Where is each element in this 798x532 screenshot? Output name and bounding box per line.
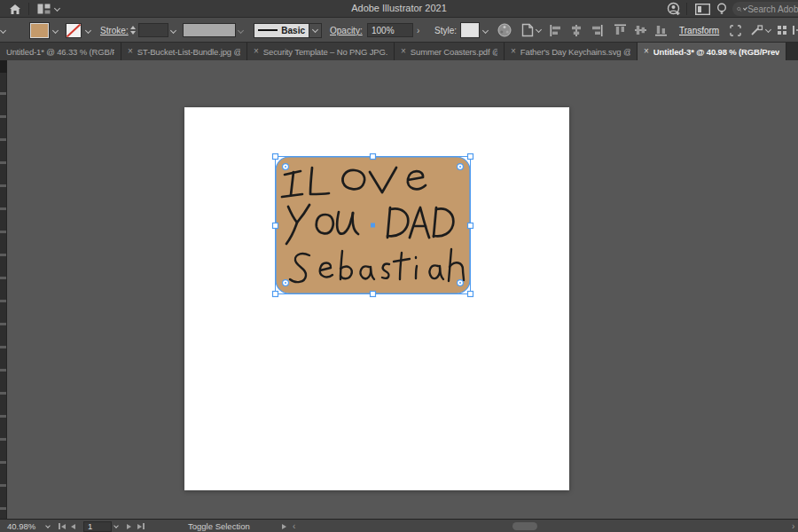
stroke-color-swatch[interactable] [66, 18, 82, 43]
illustrator-window: Adobe Illustrator 2021 [0, 0, 798, 532]
stroke-weight-chevron-icon[interactable] [171, 18, 176, 43]
plaque-artwork[interactable]: I LOVE YOU DAD Sebastian [275, 156, 471, 294]
document-tab[interactable]: Untitled-1* @ 46.33 % (RGB/P… [0, 43, 121, 60]
arrange-documents-icon [695, 4, 710, 15]
align-vertical-top-button[interactable] [614, 18, 626, 43]
account-button[interactable] [667, 2, 681, 16]
brush-chevron-icon[interactable] [309, 23, 322, 38]
style-chevron-icon[interactable] [483, 18, 488, 43]
document-tab-active[interactable]: ×Untitled-3* @ 40.98 % (RGB/Preview) [638, 43, 786, 60]
cut-off-chevron-icon [1, 18, 5, 43]
document-tab[interactable]: ×ST-Bucket-List-Bundle.jpg @… [121, 43, 247, 60]
select-similar-dropdown[interactable] [750, 18, 771, 43]
status-bar: 40.98% 1 Toggle Selection ‹ › [0, 519, 798, 532]
chevron-down-icon [536, 26, 542, 32]
document-tabs: Untitled-1* @ 46.33 % (RGB/P…×ST-Bucket-… [0, 43, 798, 60]
recolor-artwork-button[interactable] [497, 18, 512, 43]
align-horizontal-center-button[interactable] [570, 18, 583, 43]
tab-close-icon[interactable]: × [511, 47, 516, 56]
width-profile-dropdown[interactable] [183, 18, 236, 43]
scroll-right-arrow[interactable]: › [792, 520, 794, 532]
selected-tool-highlight [0, 60, 7, 73]
zoom-level-value[interactable]: 40.98% [7, 520, 35, 532]
opacity-panel-link[interactable]: Opacity: [330, 18, 363, 43]
first-page-button[interactable] [59, 520, 66, 532]
free-transform-button[interactable] [729, 18, 742, 43]
opacity-expand-icon[interactable]: › [417, 18, 419, 43]
transform-panel-link[interactable]: Transform [679, 18, 719, 43]
align-horizontal-left-button[interactable] [550, 18, 562, 43]
handwritten-plaque-svg [275, 156, 471, 294]
stroke-weight-field[interactable] [138, 18, 168, 43]
chevron-down-icon [765, 26, 771, 32]
none-swatch-icon [66, 23, 82, 38]
status-text: Toggle Selection [188, 520, 250, 532]
document-tab[interactable]: ×Father's Day Keychains.svg @… [505, 43, 638, 60]
collapse-panels-button[interactable] [793, 18, 798, 43]
opacity-field[interactable]: 100% [367, 18, 413, 43]
previous-page-button[interactable] [71, 520, 75, 532]
brush-definition-dropdown[interactable]: Basic [254, 18, 322, 43]
toolbar-strip[interactable] [0, 60, 7, 519]
stroke-panel-link[interactable]: Stroke: [100, 18, 129, 43]
next-page-button[interactable] [127, 520, 131, 532]
artboard[interactable]: I LOVE YOU DAD Sebastian [184, 107, 569, 490]
chevron-down-icon [743, 6, 747, 11]
search-icon [737, 4, 742, 14]
align-horizontal-right-button[interactable] [591, 18, 603, 43]
stroke-weight-stepper[interactable] [130, 18, 136, 43]
tab-label: Summer Coasters.pdf @ 55.8… [411, 47, 497, 57]
tab-close-icon[interactable]: × [644, 47, 649, 56]
tab-label: Untitled-3* @ 40.98 % (RGB/Preview) [653, 47, 779, 57]
dock-grid-button[interactable] [777, 18, 787, 43]
canvas-area[interactable]: I LOVE YOU DAD Sebastian [0, 60, 798, 519]
tab-label: ST-Bucket-List-Bundle.jpg @… [137, 47, 240, 57]
search-adobe-field[interactable]: Search Adobe [732, 2, 798, 16]
account-icon [667, 2, 681, 16]
width-profile-chevron-icon[interactable] [239, 18, 243, 43]
control-bar: Stroke: Basic Opacity: 100% › Style [0, 18, 798, 43]
status-expand-icon[interactable] [282, 520, 286, 532]
document-tab[interactable]: ×Summer Coasters.pdf @ 55.8… [395, 43, 505, 60]
tab-label: Security Template – No PNG JPG.ai* [263, 47, 387, 57]
discover-button[interactable] [716, 2, 727, 16]
fill-dropdown-chevron-icon[interactable] [53, 18, 58, 43]
stroke-dropdown-chevron-icon[interactable] [86, 18, 90, 43]
recolor-artwork-icon [497, 23, 512, 37]
horizontal-scrollbar-thumb[interactable] [512, 522, 537, 530]
document-setup-icon [521, 23, 534, 37]
tab-close-icon[interactable]: × [401, 47, 406, 56]
last-page-button[interactable] [137, 520, 145, 532]
document-tab[interactable]: ×Security Template – No PNG JPG.ai* [247, 43, 395, 60]
search-placeholder: Search Adobe [747, 4, 798, 14]
page-number-field[interactable]: 1 [83, 520, 112, 532]
zoom-level-chevron-icon[interactable] [46, 520, 50, 532]
tab-label: Untitled-1* @ 46.33 % (RGB/P… [6, 47, 114, 57]
document-setup-button[interactable] [521, 18, 541, 43]
fill-color-swatch[interactable] [30, 18, 49, 43]
titlebar-separator [686, 3, 687, 15]
scroll-left-arrow[interactable]: ‹ [293, 520, 295, 532]
arrange-documents-button[interactable] [695, 2, 710, 16]
tab-label: Father's Day Keychains.svg @… [520, 47, 630, 57]
titlebar: Adobe Illustrator 2021 [0, 0, 798, 18]
brush-stroke-preview [258, 29, 278, 31]
style-label: Style: [434, 18, 457, 43]
brush-name: Basic [281, 26, 305, 35]
lightbulb-icon [716, 3, 727, 16]
tab-close-icon[interactable]: × [128, 47, 133, 56]
tab-close-icon[interactable]: × [254, 47, 259, 56]
align-vertical-bottom-button[interactable] [655, 18, 667, 43]
page-dropdown-chevron-icon[interactable] [114, 520, 118, 532]
graphic-style-swatch[interactable] [461, 18, 479, 43]
align-vertical-middle-button[interactable] [635, 18, 646, 43]
